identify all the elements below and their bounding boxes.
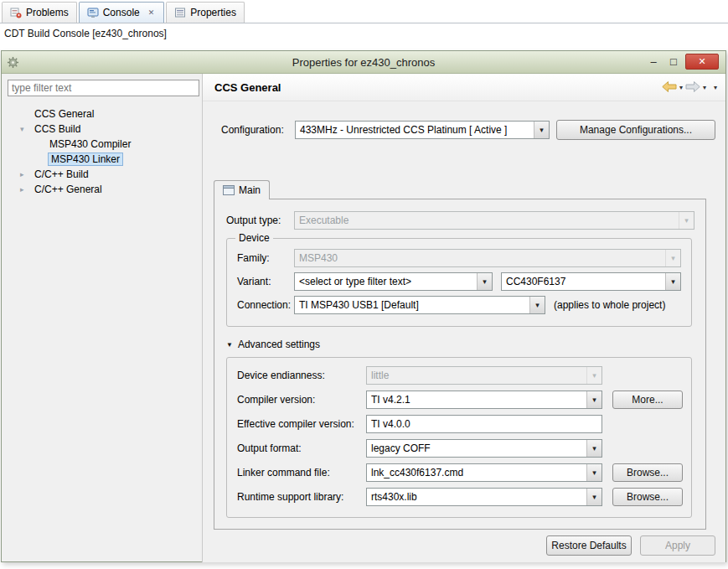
forward-history-dropdown-icon[interactable]: ▾	[703, 84, 706, 91]
effective-compiler-version-label: Effective compiler version:	[237, 415, 354, 433]
dialog-footer: Restore Defaults Apply	[203, 535, 725, 556]
view-tab-bar: Problems Console ✕ Properties	[0, 0, 728, 23]
properties-dialog: Properties for ez430_chronos – □ ✕ CCS G…	[1, 50, 726, 562]
tree-item-msp430-compiler[interactable]: MSP430 Compiler	[8, 137, 199, 152]
family-label: Family:	[237, 249, 270, 267]
variant-filter-select[interactable]: <select or type filter text> ▾	[294, 272, 493, 291]
properties-tree: CCS General ▾ CCS Build MSP430 Compiler …	[8, 106, 199, 197]
compiler-version-select[interactable]: TI v4.2.1 ▾	[366, 391, 602, 409]
dropdown-arrow-icon[interactable]: ▾	[586, 489, 602, 505]
tab-main[interactable]: Main	[214, 180, 270, 199]
manage-configurations-button[interactable]: Manage Configurations...	[556, 120, 715, 140]
family-row: Family: MSP430 ▾	[227, 249, 691, 267]
restore-defaults-button[interactable]: Restore Defaults	[546, 535, 632, 556]
page-panel: CCS General ▾ ▾ ▾ Conf	[203, 74, 725, 562]
dropdown-arrow-icon[interactable]: ▾	[586, 440, 602, 457]
tab-properties[interactable]: Properties	[166, 2, 245, 23]
maximize-button[interactable]: □	[665, 54, 682, 70]
twistie-expanded-icon[interactable]: ▾	[20, 122, 24, 137]
page-nav-arrows: ▾ ▾ ▾	[662, 74, 717, 101]
console-view-title: CDT Build Console [ez430_chronos]	[0, 25, 728, 42]
twistie-collapsed-icon[interactable]: ▸	[20, 182, 24, 197]
filter-input[interactable]	[8, 80, 199, 96]
device-group-title: Device	[235, 232, 273, 244]
tree-item-cpp-build[interactable]: ▸ C/C++ Build	[8, 167, 199, 182]
family-select: MSP430 ▾	[294, 249, 681, 267]
page-title: CCS General	[214, 74, 281, 101]
device-group: Device Family: MSP430 ▾ Variant: <sele	[226, 238, 692, 327]
dialog-body: CCS General ▾ CCS Build MSP430 Compiler …	[2, 74, 725, 562]
linker-command-file-select[interactable]: lnk_cc430f6137.cmd ▾	[366, 463, 602, 482]
advanced-settings-toggle[interactable]: ▼ Advanced settings	[226, 339, 320, 350]
variant-select[interactable]: CC430F6137 ▾	[501, 272, 681, 291]
page-header: CCS General ▾ ▾ ▾	[203, 74, 725, 101]
device-endianness-select: little ▾	[366, 366, 602, 385]
twistie-collapsed-icon[interactable]: ▸	[20, 167, 24, 182]
problems-icon	[10, 7, 22, 18]
tab-problems-label: Problems	[26, 7, 69, 18]
connection-note: (applies to whole project)	[554, 296, 665, 314]
main-tab-content: Output type: Executable ▾ Device Family:	[214, 199, 706, 530]
advanced-settings-group: Device endianness: little ▾ Compiler ver…	[226, 357, 692, 518]
dropdown-arrow-icon[interactable]: ▾	[586, 464, 602, 481]
dropdown-arrow-icon: ▾	[586, 367, 602, 384]
properties-icon	[174, 7, 186, 18]
more-button[interactable]: More...	[612, 391, 683, 409]
apply-button[interactable]: Apply	[640, 535, 715, 556]
forward-arrow-icon[interactable]	[685, 81, 700, 95]
tree-item-ccs-general[interactable]: CCS General	[8, 106, 199, 122]
connection-label: Connection:	[237, 296, 291, 314]
configuration-select[interactable]: 433MHz - Unrestricted CCS Platinum [ Act…	[295, 121, 550, 139]
connection-select[interactable]: TI MSP430 USB1 [Default] ▾	[294, 296, 545, 314]
dialog-title: Properties for ez430_chronos	[2, 56, 725, 69]
connection-row: Connection: TI MSP430 USB1 [Default] ▾ (…	[227, 296, 691, 314]
tree-item-msp430-linker[interactable]: MSP430 Linker	[8, 152, 199, 167]
dropdown-arrow-icon[interactable]: ▾	[665, 273, 680, 290]
linker-command-file-row: Linker command file: lnk_cc430f6137.cmd …	[227, 463, 691, 482]
dropdown-arrow-icon[interactable]: ▾	[534, 122, 549, 138]
browse-runtime-library-button[interactable]: Browse...	[612, 488, 683, 506]
dropdown-arrow-icon: ▾	[679, 212, 694, 229]
compiler-version-label: Compiler version:	[237, 391, 315, 409]
output-format-select[interactable]: legacy COFF ▾	[366, 439, 602, 458]
dropdown-arrow-icon[interactable]: ▾	[477, 273, 492, 290]
tree-item-cpp-general[interactable]: ▸ C/C++ General	[8, 182, 199, 197]
dropdown-arrow-icon[interactable]: ▾	[529, 297, 545, 313]
variant-label: Variant:	[237, 272, 271, 291]
minimize-button[interactable]: –	[645, 54, 662, 70]
tab-problems[interactable]: Problems	[2, 2, 77, 23]
tab-console-label: Console	[103, 7, 140, 18]
screen: Problems Console ✕ Properties CDT Build …	[0, 0, 728, 569]
output-type-select: Executable ▾	[294, 211, 694, 230]
advanced-settings-label: Advanced settings	[238, 339, 320, 350]
close-button[interactable]: ✕	[685, 54, 719, 70]
runtime-support-library-select[interactable]: rts430x.lib ▾	[366, 488, 602, 506]
window-controls: – □ ✕	[645, 54, 719, 70]
output-type-label: Output type:	[226, 211, 281, 230]
tree-panel: CCS General ▾ CCS Build MSP430 Compiler …	[8, 80, 199, 562]
view-menu-icon[interactable]: ▾	[714, 84, 717, 91]
close-tab-icon[interactable]: ✕	[147, 8, 157, 17]
main-tab-icon	[223, 185, 235, 195]
runtime-support-library-row: Runtime support library: rts430x.lib ▾ B…	[227, 488, 691, 506]
console-icon	[87, 7, 99, 18]
output-type-row: Output type: Executable ▾	[214, 211, 705, 230]
device-endianness-label: Device endianness:	[237, 366, 325, 385]
dialog-titlebar[interactable]: Properties for ez430_chronos – □ ✕	[2, 51, 725, 74]
linker-command-file-label: Linker command file:	[237, 463, 330, 482]
section-collapse-icon: ▼	[226, 341, 233, 349]
back-history-dropdown-icon[interactable]: ▾	[679, 84, 683, 91]
tree-item-ccs-build[interactable]: ▾ CCS Build	[8, 122, 199, 137]
output-format-row: Output format: legacy COFF ▾	[227, 439, 691, 458]
dropdown-arrow-icon: ▾	[665, 250, 680, 266]
compiler-version-row: Compiler version: TI v4.2.1 ▾ More...	[227, 391, 691, 409]
runtime-support-library-label: Runtime support library:	[237, 488, 343, 506]
effective-compiler-version-field[interactable]: TI v4.0.0	[366, 415, 602, 433]
configuration-label: Configuration:	[221, 120, 284, 140]
tab-main-label: Main	[239, 184, 261, 196]
configuration-row: Configuration: 433MHz - Unrestricted CCS…	[203, 120, 725, 142]
tab-console[interactable]: Console ✕	[79, 2, 165, 23]
back-arrow-icon[interactable]	[662, 81, 677, 95]
dropdown-arrow-icon[interactable]: ▾	[586, 391, 602, 408]
browse-linker-command-button[interactable]: Browse...	[612, 463, 683, 482]
